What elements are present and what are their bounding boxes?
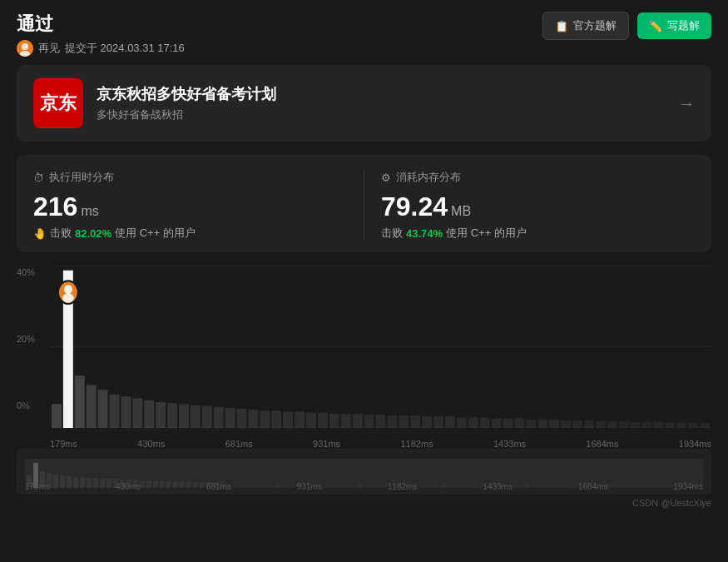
banner-text: 京东秋招多快好省备考计划 多快好省备战秋招	[97, 84, 276, 122]
minimap-labels: 179ms 430ms 681ms 931ms 1182ms 1433ms 16…	[25, 482, 703, 491]
x-label-5: 1433ms	[493, 439, 526, 449]
svg-point-64	[64, 285, 72, 294]
svg-rect-29	[318, 413, 328, 428]
svg-rect-60	[676, 423, 686, 428]
minimap-label-7: 1934ms	[673, 482, 703, 491]
svg-rect-23	[249, 410, 259, 428]
svg-rect-51	[572, 420, 582, 428]
svg-rect-12	[121, 396, 131, 428]
time-unit: ms	[81, 204, 98, 219]
x-label-6: 1684ms	[586, 439, 618, 449]
memory-stat-header: ⚙ 消耗内存分布	[381, 170, 695, 185]
svg-rect-35	[387, 415, 397, 428]
svg-rect-24	[260, 410, 270, 428]
x-label-2: 681ms	[225, 439, 253, 449]
svg-rect-13	[132, 398, 142, 428]
svg-rect-47	[526, 420, 536, 428]
banner-title: 京东秋招多快好省备考计划	[97, 84, 276, 104]
svg-rect-54	[607, 421, 617, 428]
x-labels: 179ms 430ms 681ms 931ms 1182ms 1433ms 16…	[50, 439, 711, 449]
memory-icon: ⚙	[381, 172, 391, 184]
svg-rect-11	[110, 395, 120, 428]
time-value-row: 216 ms	[33, 191, 347, 222]
beat-hand-icon: 🤚	[33, 227, 47, 240]
svg-rect-20	[214, 407, 224, 428]
stats-section: ⏱ 执行用时分布 216 ms 🤚 击败 82.02% 使用 C++ 的用户 ⚙…	[17, 155, 711, 252]
svg-rect-61	[688, 423, 698, 428]
edit-icon: ✏️	[649, 20, 662, 32]
x-label-4: 1182ms	[400, 439, 433, 449]
svg-point-65	[62, 293, 74, 302]
svg-rect-30	[329, 414, 339, 428]
time-stat: ⏱ 执行用时分布 216 ms 🤚 击败 82.02% 使用 C++ 的用户	[33, 170, 347, 241]
minimap-label-0: 179ms	[25, 482, 50, 491]
svg-rect-36	[399, 415, 409, 428]
svg-rect-45	[503, 419, 513, 428]
minimap-label-3: 931ms	[297, 482, 322, 491]
svg-rect-58	[653, 422, 663, 428]
y-label-40: 40%	[17, 267, 35, 277]
svg-rect-57	[642, 422, 652, 428]
banner-logo-text: 京东	[40, 91, 77, 116]
svg-rect-19	[202, 406, 212, 428]
banner-subtitle: 多快好省备战秋招	[97, 107, 276, 122]
memory-beat: 击败 43.74% 使用 C++ 的用户	[381, 226, 695, 241]
svg-rect-42	[468, 417, 478, 428]
svg-rect-8	[75, 375, 85, 428]
svg-rect-27	[295, 412, 305, 429]
y-label-0: 0%	[17, 400, 30, 410]
banner-card[interactable]: 京东 京东秋招多快好省备考计划 多快好省备战秋招 →	[17, 65, 711, 142]
time-beat-label: 击败	[50, 226, 72, 241]
svg-rect-53	[596, 421, 606, 428]
status-title: 通过	[17, 12, 185, 37]
minimap-label-4: 1182ms	[388, 482, 418, 491]
svg-rect-49	[549, 420, 559, 428]
svg-rect-37	[410, 415, 420, 428]
chart-svg	[50, 266, 711, 428]
svg-rect-26	[283, 412, 293, 429]
svg-rect-31	[341, 414, 351, 428]
minimap-label-2: 681ms	[206, 482, 231, 491]
write-solution-button[interactable]: ✏️ 写题解	[637, 12, 711, 39]
memory-beat-label: 击败	[381, 226, 403, 241]
svg-rect-40	[445, 416, 455, 428]
svg-rect-21	[225, 408, 235, 428]
svg-rect-52	[584, 420, 594, 428]
svg-rect-39	[433, 416, 443, 428]
stat-divider	[364, 170, 364, 241]
svg-rect-17	[179, 404, 189, 428]
official-solution-button[interactable]: 📋 官方题解	[542, 12, 629, 40]
svg-rect-34	[376, 415, 386, 428]
time-beat: 🤚 击败 82.02% 使用 C++ 的用户	[33, 226, 347, 241]
header-left: 通过 再见 提交于 2024.03.31 17:16	[17, 12, 185, 57]
svg-rect-25	[271, 410, 281, 428]
header: 通过 再见 提交于 2024.03.31 17:16 📋 官方题解 ✏️ 写题解	[0, 0, 728, 65]
banner-arrow: →	[678, 94, 695, 113]
submit-date: 提交于 2024.03.31 17:16	[65, 41, 185, 56]
minimap[interactable]: 179ms 430ms 681ms 931ms 1182ms 1433ms 16…	[17, 449, 711, 495]
memory-stat: ⚙ 消耗内存分布 79.24 MB 击败 43.74% 使用 C++ 的用户	[381, 170, 695, 241]
svg-rect-32	[353, 414, 363, 428]
svg-rect-18	[191, 405, 201, 428]
memory-beat-pct: 43.74%	[406, 227, 443, 240]
svg-rect-15	[156, 402, 166, 428]
svg-rect-28	[306, 413, 316, 428]
x-label-0: 179ms	[50, 439, 77, 449]
banner-logo: 京东	[33, 78, 83, 128]
time-value: 216	[33, 191, 77, 222]
time-header-label: 执行用时分布	[49, 170, 114, 185]
header-buttons: 📋 官方题解 ✏️ 写题解	[542, 12, 711, 40]
svg-rect-48	[537, 420, 547, 428]
x-label-1: 430ms	[137, 439, 165, 449]
svg-rect-16	[167, 403, 177, 428]
svg-rect-14	[144, 400, 154, 428]
svg-rect-43	[480, 417, 490, 428]
svg-rect-6	[52, 404, 62, 428]
svg-point-1	[22, 43, 28, 50]
minimap-label-1: 430ms	[116, 482, 141, 491]
memory-beat-suffix: 使用 C++ 的用户	[446, 226, 527, 241]
stats-row: ⏱ 执行用时分布 216 ms 🤚 击败 82.02% 使用 C++ 的用户 ⚙…	[33, 170, 695, 241]
chart-inner	[50, 266, 711, 428]
time-beat-pct: 82.02%	[75, 227, 111, 240]
memory-value-row: 79.24 MB	[381, 191, 695, 222]
